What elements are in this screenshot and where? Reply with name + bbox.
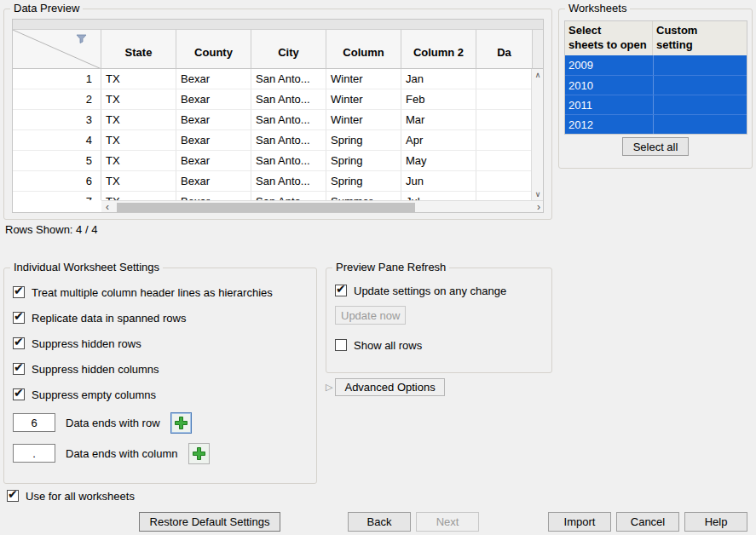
back-button[interactable]: Back	[348, 512, 411, 532]
plus-icon	[193, 447, 205, 460]
data-ends-row-input[interactable]	[13, 413, 55, 432]
data-ends-column-input[interactable]	[13, 444, 55, 463]
table-cell: TX	[101, 130, 176, 151]
worksheet-row-2011[interactable]: 2011	[565, 95, 747, 114]
table-cell: San Anto...	[251, 171, 326, 192]
individual-worksheet-settings-group: Individual Worksheet Settings Treat mult…	[3, 268, 317, 484]
filter-funnel-icon	[76, 34, 87, 44]
checkbox-suppress-hidden-columns[interactable]	[13, 363, 25, 375]
worksheets-header-row: Select sheets to open Custom setting	[565, 21, 747, 55]
custom-setting-cell[interactable]	[653, 95, 747, 114]
worksheet-row-2012[interactable]: 2012	[565, 114, 747, 134]
column-header-state[interactable]: State	[101, 30, 176, 69]
use-for-all-row: Use for all worksheets	[7, 487, 135, 504]
scroll-left-icon[interactable]	[101, 202, 113, 213]
add-row-rule-button[interactable]	[170, 412, 192, 434]
replicate-option-row: Replicate data in spanned rows	[13, 309, 311, 326]
table-row: 1 TX Bexar San Anto... Winter Jan	[13, 69, 533, 89]
data-ends-row-label: Data ends with row	[66, 417, 160, 429]
data-preview-group: Data Preview State County City Column Co…	[3, 9, 552, 220]
checkbox-label: Replicate data in spanned rows	[32, 312, 186, 325]
horizontal-scrollbar[interactable]	[101, 200, 544, 213]
row-number: 1	[13, 69, 101, 89]
table-cell: Bexar	[176, 89, 251, 110]
sheet-name[interactable]: 2009	[565, 55, 653, 75]
column-header-column[interactable]: Column	[326, 30, 401, 69]
table-cell: San Anto...	[251, 151, 326, 171]
checkbox-label: Suppress hidden columns	[32, 363, 159, 376]
add-column-rule-button[interactable]	[188, 443, 210, 464]
custom-setting-cell[interactable]	[653, 55, 747, 75]
suppress-hidden-columns-row: Suppress hidden columns	[13, 360, 311, 377]
custom-setting-cell[interactable]	[653, 115, 747, 134]
column-header-county[interactable]: County	[176, 30, 251, 69]
table-cell: San Anto...	[251, 192, 326, 200]
table-cell: TX	[101, 151, 176, 171]
rows-shown-label: Rows Shown: 4 / 4	[5, 223, 97, 236]
column-header-city[interactable]: City	[251, 30, 326, 69]
table-cell	[476, 69, 533, 89]
scrollbar-thumb[interactable]	[117, 203, 415, 213]
restore-default-settings-button[interactable]: Restore Default Settings	[139, 512, 280, 532]
table-cell: Winter	[326, 110, 401, 130]
individual-settings-title: Individual Worksheet Settings	[10, 261, 163, 273]
checkbox-label: Suppress empty columns	[32, 388, 156, 401]
column-header-column2[interactable]: Column 2	[401, 30, 476, 69]
data-preview-title: Data Preview	[10, 2, 83, 14]
data-ends-row-group: Data ends with row	[13, 411, 311, 434]
sheet-name[interactable]: 2012	[565, 115, 653, 134]
help-button[interactable]: Help	[684, 512, 747, 532]
scroll-right-icon[interactable]	[533, 202, 544, 213]
worksheet-row-2009[interactable]: 2009	[565, 55, 747, 75]
checkbox-hierarchies[interactable]	[13, 286, 25, 298]
table-cell: TX	[101, 171, 176, 192]
table-row: 2 TX Bexar San Anto... Winter Feb	[13, 89, 533, 110]
column-header-data[interactable]: Da	[476, 30, 533, 69]
preview-refresh-title: Preview Pane Refresh	[332, 261, 449, 273]
table-header-row: State County City Column Column 2 Da	[13, 30, 544, 69]
table-cell: Jun	[401, 171, 476, 192]
table-cell	[476, 130, 533, 151]
checkbox-show-all-rows[interactable]	[335, 339, 347, 351]
custom-setting-cell[interactable]	[653, 76, 747, 95]
table-cell: Jul	[401, 192, 476, 200]
sheet-name[interactable]: 2010	[565, 76, 653, 95]
row-number: 5	[13, 151, 101, 171]
table-cell: Bexar	[176, 110, 251, 130]
advanced-options-button[interactable]: Advanced Options	[335, 378, 444, 396]
update-on-change-row: Update settings on any change	[335, 282, 546, 299]
table-cell: Bexar	[176, 192, 251, 200]
checkbox-suppress-empty-columns[interactable]	[13, 388, 25, 400]
use-for-all-label: Use for all worksheets	[26, 490, 135, 503]
select-all-button[interactable]: Select all	[622, 137, 689, 156]
update-now-button[interactable]: Update now	[335, 306, 406, 325]
checkbox-suppress-hidden-rows[interactable]	[13, 337, 25, 349]
checkbox-update-on-change[interactable]	[335, 285, 347, 296]
table-cell	[476, 89, 533, 110]
header-filler	[533, 30, 544, 69]
row-number: 7	[13, 192, 101, 200]
row-number: 6	[13, 171, 101, 192]
table-cell: San Anto...	[251, 110, 326, 130]
checkbox-use-for-all-worksheets[interactable]	[7, 490, 19, 502]
table-cell	[476, 171, 533, 192]
table-cell: Apr	[401, 130, 476, 151]
show-all-rows-row: Show all rows	[335, 337, 546, 354]
table-row: 5 TX Bexar San Anto... Spring May	[13, 151, 533, 171]
table-row: 6 TX Bexar San Anto... Spring Jun	[13, 171, 533, 192]
checkbox-replicate-spanned[interactable]	[13, 312, 25, 324]
sheet-name[interactable]: 2011	[565, 95, 653, 114]
checkbox-label: Treat multiple column header lines as hi…	[32, 286, 273, 299]
worksheet-row-2010[interactable]: 2010	[565, 75, 747, 95]
worksheets-table: Select sheets to open Custom setting 200…	[564, 20, 747, 135]
vertical-scrollbar[interactable]	[531, 69, 543, 200]
scroll-up-icon[interactable]	[532, 69, 544, 81]
cancel-button[interactable]: Cancel	[616, 512, 679, 532]
scroll-down-icon[interactable]	[532, 188, 544, 200]
next-button[interactable]: Next	[416, 512, 479, 532]
table-cell: San Anto...	[251, 89, 326, 110]
import-button[interactable]: Import	[548, 512, 611, 532]
disclosure-triangle-icon[interactable]	[326, 382, 332, 393]
row-number: 4	[13, 130, 101, 151]
table-cell	[476, 110, 533, 130]
